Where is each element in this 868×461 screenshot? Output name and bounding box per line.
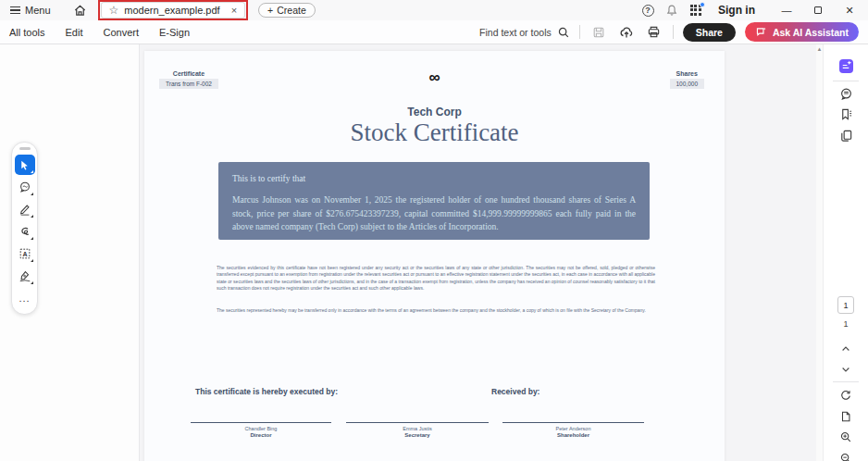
restore-button[interactable]: [805, 1, 831, 19]
signature-block-shareholder: Peter Anderson Shareholder: [502, 422, 644, 438]
save-button[interactable]: [589, 23, 608, 42]
rotate-icon: [839, 389, 852, 402]
print-button[interactable]: [645, 23, 663, 42]
find-label: Find text or tools: [479, 27, 552, 38]
document-canvas[interactable]: Certificate Trans from F-002 ∞ Shares 10…: [139, 44, 816, 461]
star-icon[interactable]: ☆: [109, 5, 119, 16]
select-tool[interactable]: [15, 155, 35, 175]
help-button[interactable]: ?: [639, 1, 657, 19]
legal-paragraph-2: The securities represented hereby may be…: [217, 307, 655, 314]
signer-name: Chandler Bing: [191, 426, 331, 431]
sign-in-button[interactable]: Sign in: [718, 4, 755, 17]
window-close-button[interactable]: ✕: [837, 1, 862, 19]
signer-name: Peter Anderson: [502, 426, 644, 431]
plus-icon: +: [267, 5, 273, 16]
toolbar: All tools Edit Convert E-Sign Find text …: [0, 20, 868, 44]
previous-page-button[interactable]: [836, 339, 856, 359]
legal-paragraph-1: The securities evidenced by this certifi…: [217, 265, 655, 293]
next-page-button[interactable]: [836, 359, 856, 380]
nav-edit[interactable]: Edit: [66, 27, 83, 38]
chevron-up-icon: [840, 343, 851, 355]
hamburger-icon: [10, 6, 20, 15]
nav-convert[interactable]: Convert: [104, 27, 140, 38]
apps-grid-icon: [690, 5, 702, 17]
toolbar-separator: [673, 25, 674, 39]
ai-assistant-panel-button[interactable]: [836, 56, 856, 76]
signer-role: Shareholder: [502, 432, 644, 438]
nav-all-tools[interactable]: All tools: [9, 27, 45, 38]
create-button[interactable]: + Create: [258, 3, 316, 18]
help-icon: ?: [642, 5, 654, 17]
page-thumbnails-panel-button[interactable]: [836, 125, 856, 145]
menu-label: Menu: [25, 5, 51, 16]
ai-assistant-icon: [839, 59, 853, 73]
certify-body: Marcus Johnson was on November 1, 2025 t…: [232, 193, 636, 234]
signer-name: Emma Justis: [346, 426, 489, 431]
rail-separator: [833, 81, 859, 81]
executed-by-label: This certificate is hereby executed by:: [195, 387, 338, 396]
draw-tool[interactable]: [15, 221, 35, 242]
zoom-out-button[interactable]: [836, 448, 856, 461]
highlighter-icon: [19, 203, 31, 216]
comment-tool[interactable]: [15, 177, 35, 197]
ai-chat-icon: [755, 26, 767, 38]
apps-grid-button[interactable]: [687, 1, 705, 19]
home-button[interactable]: [68, 2, 92, 19]
notification-dot: [700, 2, 705, 7]
tab-close-icon[interactable]: ×: [231, 5, 237, 16]
menu-button[interactable]: Menu: [6, 3, 56, 18]
restore-icon: [814, 6, 822, 14]
comments-icon: [839, 87, 853, 101]
certify-intro: This is to certify that: [232, 174, 636, 183]
page-number-input[interactable]: 1: [837, 296, 854, 314]
ask-ai-label: Ask AI Assistant: [773, 27, 849, 38]
draw-squiggle-icon: [19, 225, 31, 238]
company-logo: ∞: [144, 69, 725, 85]
pen-nib-icon: [19, 269, 31, 282]
bell-icon: [665, 4, 678, 17]
fit-page-button[interactable]: [836, 406, 856, 427]
right-panel-rail: 1 1: [823, 44, 868, 461]
upload-cloud-button[interactable]: [617, 23, 636, 42]
signature-block-secretary: Emma Justis Secretary: [346, 422, 489, 438]
nav-esign[interactable]: E-Sign: [159, 27, 190, 38]
create-label: Create: [277, 5, 306, 16]
find-button[interactable]: Find text or tools: [479, 26, 570, 39]
rotate-page-button[interactable]: [836, 385, 856, 405]
ask-ai-button[interactable]: Ask AI Assistant: [745, 22, 859, 42]
shares-value-badge: 100,000: [670, 79, 705, 89]
shares-label: Shares: [670, 70, 705, 77]
toolbar-separator: [579, 25, 580, 39]
scroll-up-arrow[interactable]: ▲: [816, 46, 823, 52]
toolbar-right: Find text or tools: [479, 22, 859, 42]
highlight-tool[interactable]: [15, 199, 35, 219]
shares-block: Shares 100,000: [670, 70, 705, 89]
more-tools-button[interactable]: ...: [15, 288, 35, 308]
bookmark-icon: [839, 107, 853, 121]
vertical-scrollbar[interactable]: ▲: [816, 44, 823, 461]
cursor-icon: [19, 159, 31, 171]
comments-panel-button[interactable]: [836, 83, 856, 104]
signer-role: Secretary: [346, 432, 489, 438]
company-name: Tech Corp: [144, 106, 725, 118]
share-button[interactable]: Share: [683, 23, 736, 42]
chevron-down-icon: [840, 364, 851, 375]
page-view-icon: [839, 410, 852, 423]
zoom-in-icon: [839, 430, 852, 443]
document-tab[interactable]: ☆ modern_example.pdf ×: [101, 2, 246, 19]
received-by-label: Received by:: [491, 387, 539, 396]
acrobat-window: Menu ☆ modern_example.pdf × + Create ?: [0, 0, 868, 461]
minimize-button[interactable]: —: [774, 1, 800, 19]
save-icon: [592, 26, 605, 39]
more-dots-icon: ...: [19, 296, 30, 300]
titlebar-right: ? Sign in — ✕: [639, 1, 862, 19]
printer-icon: [647, 25, 661, 39]
bookmarks-panel-button[interactable]: [836, 104, 856, 124]
zoom-in-button[interactable]: [836, 427, 856, 447]
pdf-page: Certificate Trans from F-002 ∞ Shares 10…: [144, 51, 725, 461]
notifications-button[interactable]: [663, 1, 681, 19]
palette-drag-handle[interactable]: [19, 147, 31, 150]
sign-tool[interactable]: [15, 266, 35, 286]
add-text-tool[interactable]: A: [15, 243, 35, 264]
signer-role: Director: [191, 432, 331, 438]
